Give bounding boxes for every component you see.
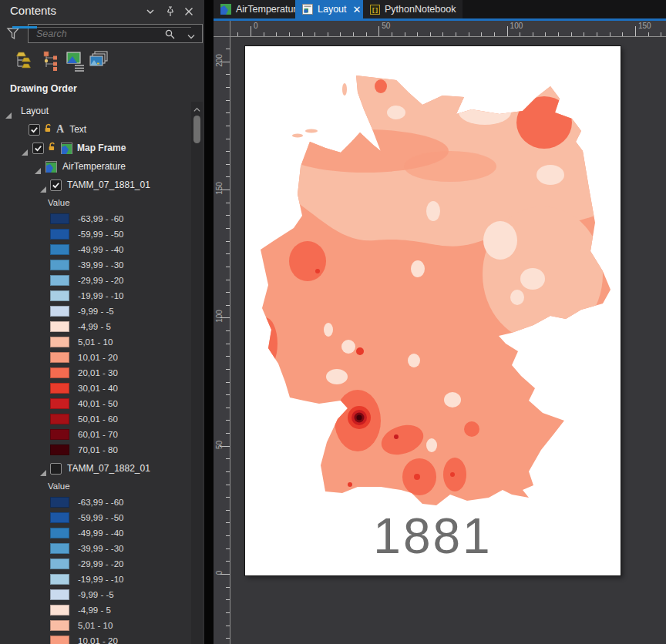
legend-row[interactable]: -9,99 - -5 (0, 587, 190, 602)
legend-swatch[interactable] (50, 244, 69, 255)
search-input[interactable] (35, 28, 166, 40)
tab-airtemperature[interactable]: AirTemperature (214, 0, 308, 18)
legend-swatch[interactable] (50, 620, 69, 631)
legend-swatch[interactable] (50, 290, 69, 301)
tree-item-map[interactable]: AirTemperature (0, 157, 190, 176)
list-by-snippets-icon[interactable] (87, 49, 110, 72)
legend-swatch[interactable] (50, 444, 69, 455)
legend-row[interactable]: -29,99 - -20 (0, 556, 190, 572)
filter-icon[interactable] (5, 26, 21, 45)
expander-icon[interactable] (40, 182, 46, 188)
layout-node-label[interactable]: Layout (21, 106, 49, 116)
text-node-label[interactable]: Text (69, 124, 86, 135)
tree-item-layout[interactable]: Layout (0, 102, 190, 120)
legend-row[interactable]: -49,99 - -40 (0, 242, 190, 257)
chevron-down-icon[interactable] (144, 5, 156, 18)
layer-visibility-checkbox[interactable] (50, 463, 62, 475)
legend-swatch[interactable] (50, 636, 69, 644)
tree-item-layer-1882[interactable]: TAMM_07_1882_01 (0, 459, 190, 478)
legend-row[interactable]: -29,99 - -20 (0, 273, 190, 288)
list-by-source-icon[interactable] (39, 49, 62, 72)
germany-temperature-map[interactable] (257, 65, 612, 508)
layout-page[interactable]: 1881 (245, 46, 621, 575)
expander-icon[interactable] (22, 145, 28, 151)
legend-swatch[interactable] (50, 605, 69, 615)
legend-row[interactable]: -4,99 - 5 (0, 319, 190, 334)
legend-row[interactable]: -49,99 - -40 (0, 525, 190, 541)
legend-row[interactable]: 70,01 - 80 (0, 442, 190, 458)
legend-swatch[interactable] (50, 229, 69, 240)
legend-row[interactable]: 5,01 - 10 (0, 334, 190, 350)
map-frame-visibility-checkbox[interactable] (32, 143, 44, 154)
legend-row[interactable]: 5,01 - 10 (0, 618, 190, 633)
legend-swatch[interactable] (50, 528, 69, 538)
legend-row[interactable]: 40,01 - 50 (0, 396, 190, 411)
legend-swatch[interactable] (50, 429, 69, 440)
expander-icon[interactable] (5, 108, 12, 114)
scrollbar-thumb[interactable] (193, 116, 200, 143)
layer-visibility-checkbox[interactable] (50, 179, 62, 191)
legend-row[interactable]: 10,01 - 20 (0, 350, 190, 365)
legend-row[interactable]: 50,01 - 60 (0, 411, 190, 427)
legend-swatch[interactable] (50, 574, 69, 585)
legend-row[interactable]: 60,01 - 70 (0, 427, 190, 442)
legend-swatch[interactable] (50, 543, 69, 554)
legend-row[interactable]: 30,01 - 40 (0, 381, 190, 396)
legend-swatch[interactable] (50, 497, 69, 508)
contents-scrollbar[interactable] (191, 102, 203, 644)
search-dropdown-chevron-icon[interactable] (187, 30, 196, 44)
legend-swatch[interactable] (50, 213, 69, 224)
legend-row[interactable]: -59,99 - -50 (0, 510, 190, 525)
legend-swatch[interactable] (50, 306, 69, 317)
legend-row[interactable]: -9,99 - -5 (0, 304, 190, 319)
legend-class-label: -9,99 - -5 (78, 307, 114, 316)
legend-swatch[interactable] (50, 367, 69, 378)
map-frame-node-label[interactable]: Map Frame (77, 143, 126, 153)
legend-swatch[interactable] (50, 589, 69, 600)
tab-close-icon[interactable]: ✕ (353, 5, 362, 15)
tab-pythonnotebook[interactable]: [ ] PythonNotebook (363, 0, 462, 18)
list-by-drawing-order-icon[interactable] (12, 49, 35, 72)
legend-row[interactable]: 20,01 - 30 (0, 365, 190, 381)
tree-item-map-frame[interactable]: Map Frame (0, 139, 190, 157)
legend-swatch[interactable] (50, 321, 69, 332)
legend-row[interactable]: -63,99 - -60 (0, 495, 190, 510)
layer-name[interactable]: TAMM_07_1882_01 (67, 463, 150, 474)
legend-row[interactable]: -59,99 - -50 (0, 226, 190, 242)
layout-canvas[interactable]: 1881 (230, 37, 666, 644)
year-label[interactable]: 1881 (245, 512, 621, 561)
legend-class-label: -29,99 - -20 (78, 276, 123, 285)
unlock-icon[interactable] (43, 122, 54, 136)
tree-item-layer-1881[interactable]: TAMM_07_1881_01 (0, 176, 190, 194)
legend-row[interactable]: -19,99 - -10 (0, 572, 190, 587)
legend-swatch[interactable] (50, 383, 69, 394)
text-visibility-checkbox[interactable] (29, 124, 40, 136)
list-by-selection-icon[interactable] (64, 49, 87, 72)
pin-icon[interactable] (164, 5, 177, 18)
expander-icon[interactable] (35, 163, 41, 169)
panel-divider[interactable] (204, 0, 214, 644)
legend-class-label: -39,99 - -30 (78, 260, 123, 270)
legend-row[interactable]: -63,99 - -60 (0, 211, 190, 226)
legend-swatch[interactable] (50, 352, 69, 363)
unlock-icon[interactable] (47, 141, 58, 155)
legend-swatch[interactable] (50, 275, 69, 286)
legend-row[interactable]: -39,99 - -30 (0, 541, 190, 556)
expander-icon[interactable] (40, 465, 46, 471)
legend-row[interactable]: -19,99 - -10 (0, 288, 190, 304)
map-node-label[interactable]: AirTemperature (62, 161, 126, 172)
legend-row[interactable]: 10,01 - 20 (0, 633, 190, 644)
legend-swatch[interactable] (50, 512, 69, 523)
legend-swatch[interactable] (50, 558, 69, 569)
legend-swatch[interactable] (50, 337, 69, 347)
close-icon[interactable] (183, 5, 195, 18)
layer-name[interactable]: TAMM_07_1881_01 (67, 179, 150, 190)
legend-swatch[interactable] (50, 398, 69, 409)
tree-item-text[interactable]: A Text (0, 120, 190, 139)
tab-layout[interactable]: Layout ✕ (295, 0, 368, 18)
legend-row[interactable]: -4,99 - 5 (0, 602, 190, 618)
legend-row[interactable]: -39,99 - -30 (0, 257, 190, 273)
legend-swatch[interactable] (50, 260, 69, 270)
search-icon[interactable] (164, 29, 176, 43)
legend-swatch[interactable] (50, 414, 69, 424)
